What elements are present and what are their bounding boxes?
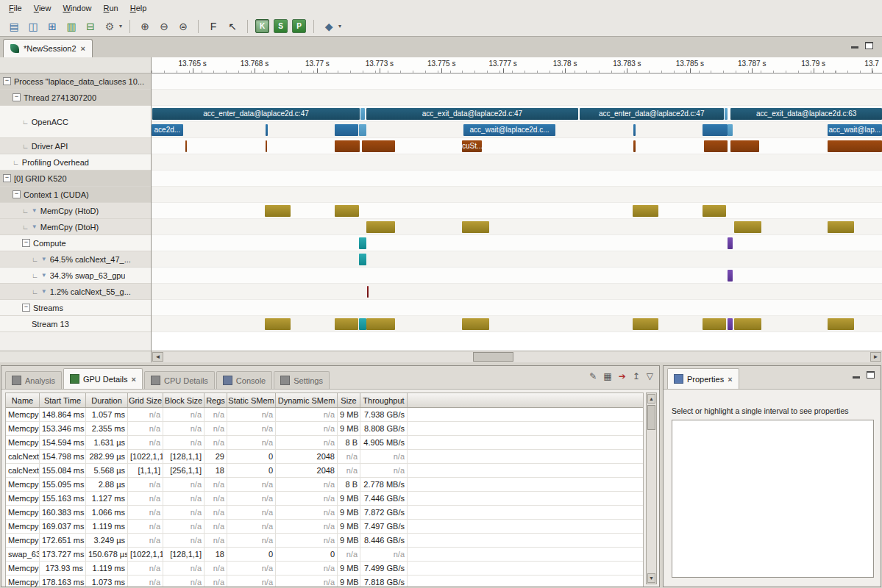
- interval-bar[interactable]: [728, 124, 733, 136]
- interval-bar[interactable]: acc_enter_data@laplace2d.c:47: [580, 108, 724, 120]
- interval-bar[interactable]: [633, 140, 635, 152]
- tree-row-memcpy-dtoh[interactable]: ∟▼MemCpy (DtoH): [0, 219, 151, 235]
- interval-bar[interactable]: ace2d...: [152, 124, 183, 136]
- edit-icon[interactable]: ✎: [589, 371, 597, 381]
- interval-bar[interactable]: [366, 221, 395, 233]
- menu-file[interactable]: File: [3, 1, 28, 15]
- interval-bar[interactable]: [728, 270, 733, 282]
- session-tab[interactable]: *NewSession2 ×: [3, 39, 93, 57]
- interval-bar[interactable]: [362, 140, 395, 152]
- interval-bar[interactable]: acc_exit_data@laplace2d.c:47: [366, 108, 578, 120]
- interval-bar[interactable]: [734, 221, 761, 233]
- close-properties-icon[interactable]: ×: [728, 375, 732, 384]
- table-row[interactable]: Memcpy169.037 ms1.119 msn/an/an/an/an/a9…: [6, 520, 643, 534]
- collapse-icon[interactable]: −: [3, 77, 11, 85]
- menu-view[interactable]: View: [28, 1, 57, 15]
- view-menu-icon[interactable]: ▽: [647, 371, 653, 381]
- tree-row-thread[interactable]: −Thread 2741307200: [0, 90, 151, 106]
- scroll-down-icon[interactable]: ▼: [647, 573, 655, 583]
- interval-bar[interactable]: [360, 108, 365, 120]
- interval-bar[interactable]: [265, 318, 291, 330]
- interval-bar[interactable]: [633, 318, 658, 330]
- column-header-regs[interactable]: Regs: [205, 393, 227, 407]
- record-icon[interactable]: ➔: [619, 371, 626, 381]
- column-header-size[interactable]: Size: [338, 393, 360, 407]
- tree-row-context-1-cuda[interactable]: −Context 1 (CUDA): [0, 187, 151, 203]
- column-header-duration[interactable]: Duration: [86, 393, 128, 407]
- filter-icon[interactable]: ▼: [41, 288, 47, 295]
- interval-bar[interactable]: [265, 205, 291, 217]
- table-row[interactable]: Memcpy160.383 ms1.066 msn/an/an/an/an/a9…: [6, 506, 643, 520]
- interval-bar[interactable]: [366, 318, 395, 330]
- timeline-ruler[interactable]: 13.765 s13.768 s13.77 s13.773 s13.775 s1…: [152, 57, 882, 74]
- zoom-in-button[interactable]: ⊕: [136, 18, 154, 35]
- interval-bar[interactable]: acc_enter_data@laplace2d.c:47: [152, 108, 360, 120]
- profile-application-button[interactable]: ▥: [63, 18, 80, 35]
- filter-icon[interactable]: ▼: [41, 256, 47, 262]
- tree-row-memcpy-htod[interactable]: ∟▼MemCpy (HtoD): [0, 203, 151, 219]
- interval-bar[interactable]: [828, 221, 855, 233]
- collapse-icon[interactable]: −: [3, 174, 11, 182]
- interval-bar[interactable]: cuSt...: [462, 140, 482, 152]
- export-icon[interactable]: ↥: [633, 371, 640, 381]
- hscrollbar-thumb[interactable]: [473, 352, 513, 362]
- maximize-icon[interactable]: [867, 371, 875, 379]
- configure-session-button[interactable]: ⚙: [101, 18, 118, 35]
- interval-bar[interactable]: [703, 318, 727, 330]
- tree-row-kernel-calcnext-47[interactable]: ∟▼64.5% calcNext_47_...: [0, 251, 151, 268]
- tab-console[interactable]: Console: [216, 371, 272, 389]
- configure-session-button-dropdown-icon[interactable]: ▾: [119, 23, 122, 29]
- save-button[interactable]: ◫: [24, 18, 42, 35]
- scroll-left-icon[interactable]: ◄: [152, 352, 163, 362]
- filter-icon[interactable]: ▼: [32, 223, 38, 230]
- tab-settings[interactable]: Settings: [274, 371, 330, 389]
- interval-bar[interactable]: [185, 140, 187, 152]
- table-row[interactable]: Memcpy155.095 ms2.88 µsn/an/an/an/an/a8 …: [6, 478, 643, 492]
- tree-row-gpu-grid-k520[interactable]: −[0] GRID K520: [0, 171, 151, 187]
- interval-bar[interactable]: acc_wait@laplace2d.c...: [463, 124, 555, 136]
- kernel-toggle-button[interactable]: K: [255, 19, 269, 33]
- scroll-right-icon[interactable]: ►: [870, 352, 881, 362]
- vscrollbar-thumb[interactable]: [647, 405, 655, 430]
- column-header-name[interactable]: Name: [6, 393, 40, 407]
- column-header-throughput[interactable]: Throughput: [360, 393, 408, 407]
- interval-bar[interactable]: [828, 140, 882, 152]
- save-all-button[interactable]: ⊞: [43, 18, 61, 35]
- close-tab-icon[interactable]: ×: [132, 375, 136, 384]
- interval-bar[interactable]: [359, 237, 366, 249]
- table-row[interactable]: Memcpy153.346 ms2.355 msn/an/an/an/an/a9…: [6, 422, 643, 436]
- table-row[interactable]: Memcpy178.163 ms1.073 msn/an/an/an/an/a9…: [6, 576, 643, 587]
- interval-bar[interactable]: [703, 205, 727, 217]
- tree-row-streams[interactable]: −Streams: [0, 300, 151, 316]
- interval-bar[interactable]: [335, 318, 358, 330]
- interval-bar[interactable]: [728, 237, 733, 249]
- interval-bar[interactable]: [704, 140, 728, 152]
- zoom-fit-button[interactable]: ⊜: [174, 18, 192, 35]
- interval-bar[interactable]: acc_exit_data@laplace2d.c:63: [730, 108, 882, 120]
- tree-row-stream-13[interactable]: Stream 13: [0, 316, 151, 332]
- table-row[interactable]: calcNext154.798 ms282.99 µs[1022,1,1][12…: [6, 450, 643, 464]
- generate-timeline-button[interactable]: ⊟: [82, 18, 99, 35]
- table-row[interactable]: calcNext155.084 ms5.568 µs[1,1,1][256,1,…: [6, 464, 643, 478]
- interval-bar[interactable]: [703, 124, 728, 136]
- collapse-icon[interactable]: −: [22, 239, 30, 247]
- interval-bar[interactable]: [633, 124, 636, 136]
- tab-gpu-details[interactable]: GPU Details×: [63, 368, 143, 389]
- tree-row-kernel-calcnext-55[interactable]: ∟▼1.2% calcNext_55_g...: [0, 284, 151, 300]
- tree-row-kernel-swap-63[interactable]: ∟▼34.3% swap_63_gpu: [0, 268, 151, 284]
- table-row[interactable]: Memcpy173.93 ms1.119 msn/an/an/an/an/a9 …: [6, 562, 643, 576]
- menu-window[interactable]: Window: [57, 1, 97, 15]
- menu-run[interactable]: Run: [98, 1, 124, 15]
- tree-row-openacc[interactable]: ∟OpenACC: [0, 106, 151, 138]
- column-header-static-smem[interactable]: Static SMem: [227, 393, 276, 407]
- zoom-out-button[interactable]: ⊖: [155, 18, 173, 35]
- table-row[interactable]: Memcpy154.594 ms1.631 µsn/an/an/an/an/a8…: [6, 436, 643, 450]
- tab-cpu-details[interactable]: CPU Details: [144, 371, 215, 389]
- table-vscrollbar[interactable]: ▲ ▼: [646, 392, 657, 584]
- table-row[interactable]: swap_63173.727 ms150.678 µs[1022,1,1][12…: [6, 548, 643, 562]
- table-row[interactable]: Memcpy155.163 ms1.127 msn/an/an/an/an/a9…: [6, 492, 643, 506]
- layout-icon[interactable]: ▦: [603, 371, 611, 381]
- filter-icon[interactable]: ▼: [32, 207, 38, 214]
- collapse-icon[interactable]: −: [13, 190, 21, 198]
- interval-bar[interactable]: [359, 254, 366, 265]
